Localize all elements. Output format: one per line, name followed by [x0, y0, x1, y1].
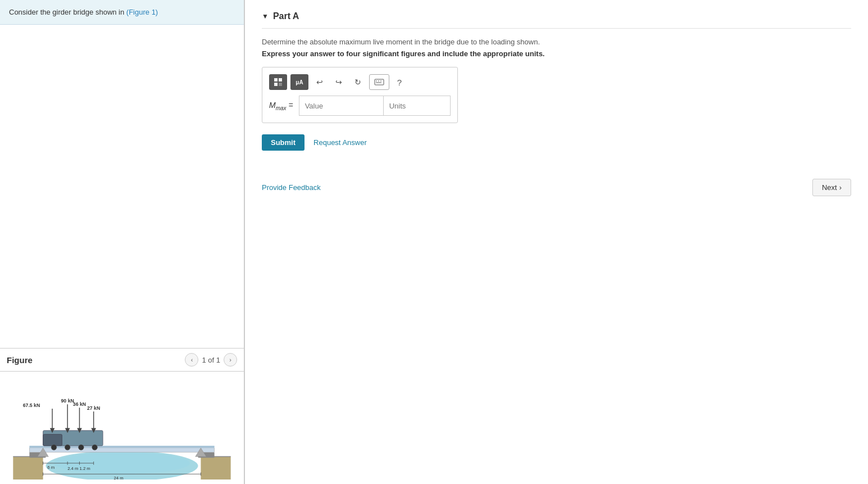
next-arrow-icon: › [839, 183, 842, 192]
units-input[interactable] [383, 96, 451, 116]
part-title: Part A [273, 11, 299, 21]
figure-title: Figure [7, 355, 33, 365]
svg-point-17 [92, 445, 98, 450]
provide-feedback-link[interactable]: Provide Feedback [262, 183, 321, 192]
svg-rect-9 [29, 446, 214, 448]
next-button[interactable]: Next › [812, 179, 851, 196]
bridge-diagram: 67.5 kN 90 kN 36 kN 27 kN 6 m [4, 376, 239, 480]
answer-box: μA ↩ ↪ ↻ ? Mmax = [262, 67, 458, 123]
help-button[interactable]: ? [393, 75, 406, 89]
figure-prev-button[interactable]: ‹ [185, 353, 198, 367]
figure-header: Figure ‹ 1 of 1 › [0, 348, 244, 372]
svg-rect-13 [43, 435, 62, 446]
question-line2: Express your answer to four significant … [262, 49, 851, 58]
figure-next-button[interactable]: › [224, 353, 237, 367]
svg-rect-40 [274, 78, 278, 82]
svg-rect-43 [279, 83, 282, 86]
request-answer-link[interactable]: Request Answer [313, 138, 367, 147]
svg-rect-44 [375, 79, 384, 85]
toolbar: μA ↩ ↪ ↻ ? [269, 74, 451, 90]
svg-text:24 m: 24 m [113, 476, 123, 480]
bottom-row: Provide Feedback Next › [262, 173, 851, 196]
svg-rect-0 [13, 456, 43, 480]
svg-text:90 kN: 90 kN [61, 398, 74, 404]
svg-rect-8 [29, 448, 214, 453]
undo-button[interactable]: ↩ [312, 74, 328, 90]
svg-point-14 [51, 445, 57, 450]
problem-text: Consider the girder bridge shown in [9, 8, 126, 16]
right-panel: ▼ Part A Determine the absolute maximum … [245, 0, 868, 484]
svg-rect-1 [201, 456, 230, 480]
value-input[interactable] [299, 96, 383, 116]
math-label: Mmax = [269, 101, 293, 111]
svg-text:6 m: 6 m [47, 465, 54, 470]
svg-text:36 kN: 36 kN [73, 401, 86, 407]
svg-text:27 kN: 27 kN [87, 405, 100, 411]
svg-rect-41 [279, 78, 282, 82]
action-row: Submit Request Answer [262, 134, 851, 151]
svg-rect-42 [274, 83, 278, 86]
svg-text:67.5 kN: 67.5 kN [23, 402, 40, 408]
figure-nav-text: 1 of 1 [202, 356, 220, 364]
svg-text:2.4 m: 2.4 m [67, 466, 78, 471]
left-panel: Consider the girder bridge shown in (Fig… [0, 0, 244, 484]
svg-text:1.2 m: 1.2 m [79, 466, 90, 471]
input-row: Mmax = [269, 96, 451, 116]
next-label: Next [822, 183, 837, 192]
figure-link[interactable]: (Figure 1) [126, 8, 158, 16]
part-header: ▼ Part A [262, 11, 851, 29]
svg-point-15 [65, 445, 70, 450]
figure-image: 67.5 kN 90 kN 36 kN 27 kN 6 m [0, 372, 244, 484]
reset-button[interactable]: ↻ [350, 74, 366, 90]
figure-nav: ‹ 1 of 1 › [185, 353, 237, 367]
keyboard-button[interactable] [369, 74, 389, 90]
figure-section: Figure ‹ 1 of 1 › [0, 348, 244, 484]
submit-button[interactable]: Submit [262, 134, 305, 151]
math-subscript: max [276, 105, 287, 111]
matrix-button[interactable] [269, 74, 287, 90]
question-line1: Determine the absolute maximum live mome… [262, 38, 851, 46]
mu-button[interactable]: μA [290, 74, 308, 90]
part-collapse-icon[interactable]: ▼ [262, 12, 269, 20]
redo-button[interactable]: ↪ [331, 74, 347, 90]
problem-statement: Consider the girder bridge shown in (Fig… [0, 0, 244, 25]
svg-point-16 [79, 445, 84, 450]
